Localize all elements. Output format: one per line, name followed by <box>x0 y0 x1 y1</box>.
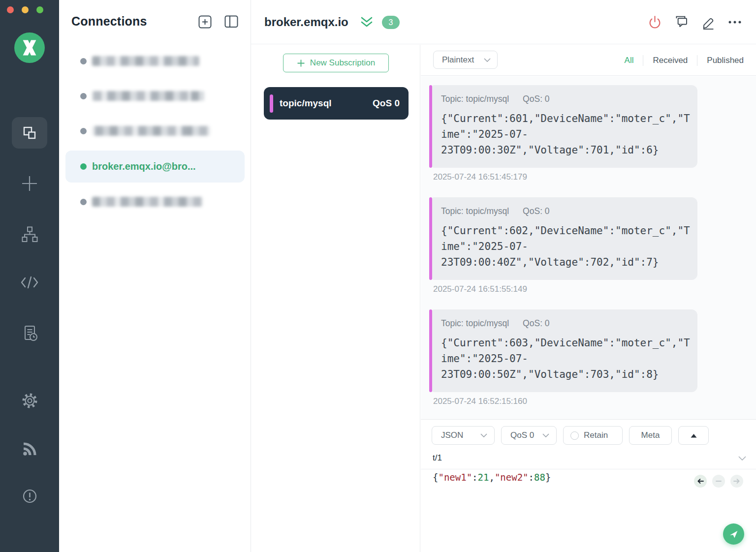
topic-input[interactable]: t/1 <box>433 453 442 463</box>
message-timestamp: 2025-07-24 16:51:55:149 <box>433 284 756 294</box>
power-icon <box>647 14 662 30</box>
log-icon <box>21 324 39 342</box>
connection-status-dot <box>80 199 87 205</box>
retain-radio[interactable] <box>570 431 579 440</box>
payload-format-select[interactable]: Plaintext <box>433 51 498 69</box>
minus-icon <box>716 480 722 482</box>
message-qos: QoS: 0 <box>523 206 549 216</box>
window-controls <box>7 6 43 13</box>
connection-name: broker.emqx.io@bro... <box>92 161 196 172</box>
message-card[interactable]: Topic: topic/mysqlQoS: 0 {"Current":601,… <box>429 85 697 168</box>
chevron-down-icon[interactable] <box>738 456 746 460</box>
sidebar-item-connections[interactable] <box>12 117 47 149</box>
clear-payload-button[interactable] <box>712 475 725 488</box>
filter-tab-all[interactable]: All <box>625 56 634 65</box>
message-qos: QoS: 0 <box>523 94 549 104</box>
arrow-right-icon <box>733 478 740 484</box>
history-back-button[interactable] <box>694 475 707 488</box>
topic-color-bar <box>429 309 432 392</box>
message-topic: Topic: topic/mysql <box>441 206 509 216</box>
connection-name-redacted <box>92 197 203 207</box>
message-timestamp: 2025-07-24 16:52:15:160 <box>433 397 756 406</box>
connection-item[interactable] <box>65 84 245 108</box>
subscriptions-panel: New Subscription topic/mysql QoS 0 <box>251 45 420 552</box>
message-list: Topic: topic/mysqlQoS: 0 {"Current":601,… <box>421 76 756 419</box>
new-subscription-button[interactable]: New Subscription <box>283 54 389 72</box>
connections-panel: Connections broker.emqx.io@bro... <box>59 0 251 552</box>
subscription-item[interactable]: topic/mysql QoS 0 <box>264 87 409 120</box>
divider <box>643 55 643 66</box>
filter-tab-received[interactable]: Received <box>653 56 688 65</box>
retain-toggle[interactable]: Retain <box>563 426 623 445</box>
topic-input-row: t/1 <box>421 448 756 469</box>
message-item: Topic: topic/mysqlQoS: 0 {"Current":601,… <box>429 85 756 182</box>
message-item: Topic: topic/mysqlQoS: 0 {"Current":603,… <box>429 309 756 406</box>
disconnect-button[interactable] <box>647 14 662 30</box>
new-connection-button[interactable] <box>198 15 212 29</box>
connection-item[interactable] <box>65 49 245 73</box>
messages-panel: Plaintext All Received Published <box>421 45 756 552</box>
chevron-down-icon <box>480 433 487 437</box>
sidebar-item-topology[interactable] <box>0 225 59 244</box>
connection-item-selected[interactable]: broker.emqx.io@bro... <box>65 151 245 183</box>
filter-tab-published[interactable]: Published <box>707 56 744 65</box>
mqttx-app: Connections broker.emqx.io@bro... <box>0 0 756 552</box>
collapse-publish-button[interactable] <box>678 426 709 445</box>
connection-status-dot <box>80 93 87 99</box>
subscription-qos: QoS 0 <box>373 98 400 109</box>
close-window-button[interactable] <box>7 6 14 13</box>
payload-type-select[interactable]: JSON <box>432 426 495 445</box>
sidebar-item-settings[interactable] <box>0 392 59 410</box>
topic-color-bar <box>270 94 273 113</box>
minimize-window-button[interactable] <box>22 6 29 13</box>
zoom-window-button[interactable] <box>36 6 43 13</box>
connection-status-dot <box>80 163 87 170</box>
expand-details-icon[interactable] <box>360 16 373 28</box>
sidebar-item-new-connection[interactable] <box>0 174 59 193</box>
pencil-icon <box>700 14 716 30</box>
mqttx-logo <box>14 32 45 63</box>
collapse-panel-button[interactable] <box>224 15 238 28</box>
meta-button[interactable]: Meta <box>629 426 672 445</box>
triangle-up-icon <box>691 433 697 438</box>
connection-name-redacted <box>92 126 210 136</box>
message-item: Topic: topic/mysqlQoS: 0 {"Current":602,… <box>429 197 756 294</box>
message-timestamp: 2025-07-24 16:51:45:179 <box>433 172 756 182</box>
payload-editor[interactable]: {"new1":21,"new2":88} <box>433 472 551 483</box>
sidebar-item-script[interactable] <box>0 274 59 291</box>
sidebar-item-about[interactable] <box>0 487 59 505</box>
messages-toolbar: Plaintext All Received Published <box>421 45 756 76</box>
message-qos: QoS: 0 <box>523 318 549 328</box>
connection-status-dot <box>80 128 87 134</box>
ellipsis-icon <box>727 14 742 30</box>
topic-color-bar <box>429 85 432 168</box>
history-forward-button[interactable] <box>730 475 743 488</box>
main-area: broker.emqx.io 3 <box>251 0 756 552</box>
connection-item[interactable] <box>65 119 245 143</box>
sidebar-item-subscriptions[interactable] <box>0 441 59 458</box>
qos-select[interactable]: QoS 0 <box>501 426 557 445</box>
subscription-topic: topic/mysql <box>280 98 332 109</box>
connection-name-redacted <box>92 56 199 66</box>
chat-icon <box>674 14 689 30</box>
more-options-button[interactable] <box>727 14 742 30</box>
connection-item[interactable] <box>65 190 245 214</box>
chevron-down-icon <box>542 433 549 437</box>
edit-connection-button[interactable] <box>700 14 716 30</box>
message-card[interactable]: Topic: topic/mysqlQoS: 0 {"Current":602,… <box>429 197 697 280</box>
plus-icon <box>297 59 305 67</box>
info-icon <box>21 487 39 505</box>
send-button[interactable] <box>723 523 744 545</box>
messages-button[interactable] <box>674 14 689 30</box>
connection-status-dot <box>80 58 87 64</box>
message-payload: {"Current":603,"DeviceName":"moter_c","T… <box>441 335 692 382</box>
sidebar-item-log[interactable] <box>0 324 59 342</box>
message-card[interactable]: Topic: topic/mysqlQoS: 0 {"Current":603,… <box>429 309 697 392</box>
message-count-badge: 3 <box>382 16 400 29</box>
connection-title: broker.emqx.io <box>264 15 348 29</box>
chevron-down-icon <box>484 58 491 62</box>
message-topic: Topic: topic/mysql <box>441 94 509 104</box>
message-topic: Topic: topic/mysql <box>441 318 509 328</box>
send-icon <box>728 529 739 539</box>
publish-area: JSON QoS 0 Retain Meta <box>421 419 756 552</box>
